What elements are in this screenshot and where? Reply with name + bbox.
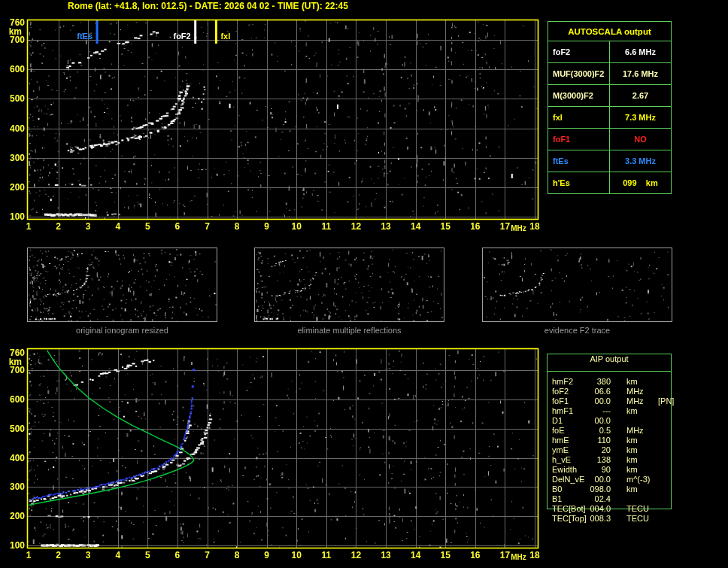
param-label: foF2 [548,41,610,63]
aip-row-DelN_vE: DelN_vE00.0m^(-3) [547,475,672,484]
aip-row-hmF2: hmF2380km [547,377,672,387]
aip-row-Ewidth: Ewidth90km [547,465,672,475]
thumbnail-caption-evidence: evidence F2 trace [482,326,672,335]
aip-row-B1: B102.4 [547,494,672,504]
aip-row-hmE: hmE110km [547,436,672,445]
aip-row-B0: B0098.0km [547,484,672,494]
table-row-fxl: fxl 7.3 MHz [548,107,672,129]
autoscala-screen: Rome (lat: +41.8, lon: 012.5) - DATE: 20… [0,0,728,568]
table-row-hEs: h'Es 099 km [548,172,672,194]
param-value: 6.6 MHz [610,41,672,63]
aip-panel-title: AIP output [548,354,671,372]
aip-row-foE: foE0.5MHz [547,426,672,436]
aip-row-foF2: foF206.6MHz [547,387,672,396]
param-label: MUF(3000)F2 [548,63,610,85]
aip-row-foF1: foF100.0MHz[PN] [547,396,672,406]
table-row-MUF3000F2: MUF(3000)F2 17.6 MHz [548,63,672,85]
param-label: fxl [548,107,610,129]
autoscala-output-table: AUTOSCALA output foF2 6.6 MHz MUF(3000)F… [548,21,672,194]
param-value: NO [610,129,672,150]
table-row-M3000F2: M(3000)F2 2.67 [548,85,672,107]
param-value: 099 km [610,172,672,194]
param-label: foF1 [548,129,610,150]
aip-parameter-list: hmF2380km foF206.6MHz foF100.0MHz[PN] hm… [547,377,672,524]
aip-row-D1: D100.0 [547,416,672,426]
param-value: 7.3 MHz [610,107,672,129]
param-label: ftEs [548,150,610,172]
autoscala-table-title: AUTOSCALA output [548,22,672,41]
table-row-foF1: foF1 NO [548,129,672,150]
thumbnail-caption-eliminate: eliminate multiple reflections [254,326,444,335]
aip-row-h_vE: h_vE138km [547,455,672,465]
table-row-foF2: foF2 6.6 MHz [548,41,672,63]
param-value: 2.67 [610,85,672,107]
aip-row-ymE: ymE20km [547,445,672,455]
aip-row-TECBot: TEC[Bot]004.0TECU [547,504,672,514]
param-value: 3.3 MHz [610,150,672,172]
aip-row-TECTop: TEC[Top]008.3TECU [547,514,672,524]
param-value: 17.6 MHz [610,63,672,85]
param-label: h'Es [548,172,610,194]
station-date-header: Rome (lat: +41.8, lon: 012.5) - DATE: 20… [68,1,348,11]
autoscala-table-header-row: AUTOSCALA output [548,22,672,41]
param-label: M(3000)F2 [548,85,610,107]
table-row-ftEs: ftEs 3.3 MHz [548,150,672,172]
aip-row-hmF1: hmF1---km [547,406,672,416]
thumbnail-caption-original: original ionogram resized [27,326,217,335]
